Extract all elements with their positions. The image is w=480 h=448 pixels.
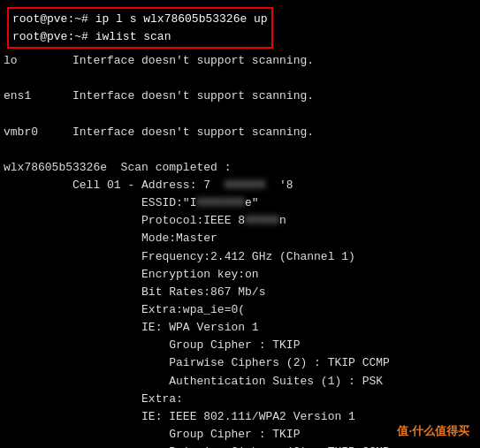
output-cell01-addr: Cell 01 - Address: 7 XXXXXX '8 [4, 177, 476, 194]
output-pairwise-2: Pairwise Ciphers (2) : TKIP CCMP [4, 444, 476, 448]
command-box: root@pve:~# ip l s wlx78605b53326e up ro… [7, 7, 273, 49]
output-ie-wpa2: IE: IEEE 802.11i/WPA2 Version 1 [4, 408, 476, 426]
output-scan-header: wlx78605b53326e Scan completed : [4, 159, 476, 177]
output-lo: lo Interface doesn't support scanning. [4, 52, 476, 70]
terminal-output: lo Interface doesn't support scanning. e… [0, 50, 480, 448]
output-encryption: Encryption key:on [4, 266, 476, 284]
output-essid: ESSID:"IXXXXXXXe" [4, 194, 476, 212]
output-vmbr0: vmbr0 Interface doesn't support scanning… [4, 124, 476, 141]
output-group-cipher-1: Group Cipher : TKIP [4, 337, 476, 354]
output-ens1: ens1 Interface doesn't support scanning. [4, 87, 476, 105]
output-extra-wpa: Extra:wpa_ie=0( [4, 301, 476, 319]
output-blank1 [4, 70, 476, 87]
output-mode: Mode:Master [4, 230, 476, 247]
output-group-cipher-2: Group Cipher : TKIP [4, 426, 476, 444]
output-ie-wpa: IE: WPA Version 1 [4, 319, 476, 337]
output-pairwise-1: Pairwise Ciphers (2) : TKIP CCMP [4, 354, 476, 372]
command-line-2: root@pve:~# iwlist scan [12, 28, 268, 46]
output-protocol: Protocol:IEEE 8XXXXXn [4, 212, 476, 230]
output-blank2 [4, 105, 476, 123]
terminal-window: root@pve:~# ip l s wlx78605b53326e up ro… [0, 0, 480, 448]
output-blank3 [4, 141, 476, 159]
output-frequency: Frequency:2.412 GHz (Channel 1) [4, 248, 476, 266]
output-auth-1: Authentication Suites (1) : PSK [4, 373, 476, 391]
output-extra-blank: Extra: [4, 391, 476, 408]
command-line-1: root@pve:~# ip l s wlx78605b53326e up [12, 11, 268, 28]
output-bitrates: Bit Rates:867 Mb/s [4, 284, 476, 301]
